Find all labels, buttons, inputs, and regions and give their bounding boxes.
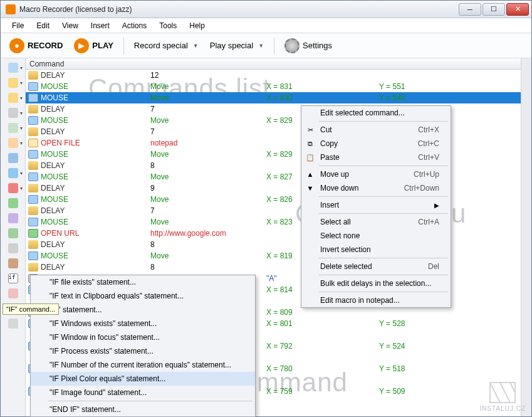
tool-icon [8, 288, 18, 298]
cmd-cell: MOUSE [41, 150, 150, 159]
menu-item-label: Copy [320, 139, 338, 148]
tool-item-13[interactable] [3, 256, 23, 270]
command-row[interactable]: DELAY12 [26, 70, 521, 81]
menu-item[interactable]: Delete selectedDel [301, 260, 451, 273]
menu-actions[interactable]: Actions [117, 19, 152, 32]
window-title: Macro Recorder (licensed to jazz) [19, 5, 459, 14]
menu-tools[interactable]: Tools [154, 19, 182, 32]
tool-item-6[interactable] [3, 151, 23, 165]
menu-item[interactable]: ✂CutCtrl+X [301, 123, 451, 137]
menu-item[interactable]: Select allCtrl+A [301, 215, 451, 229]
mouse-icon [28, 82, 38, 91]
menu-item[interactable]: Bulk edit delays in the selection... [301, 277, 451, 290]
menu-file[interactable]: File [7, 19, 29, 32]
separator [274, 37, 274, 55]
tool-item-4[interactable]: ▾ [3, 121, 23, 135]
tool-item-0[interactable]: ▾ [3, 61, 23, 75]
menu-insert[interactable]: Insert [86, 19, 115, 32]
menu-item[interactable]: Insert▶ [301, 198, 451, 212]
tool-item-17[interactable] [3, 317, 23, 330]
menu-item-label: Insert [320, 201, 339, 209]
tool-item-15[interactable] [3, 287, 23, 300]
play-special-dropdown[interactable]: Play special ▼ [206, 38, 268, 53]
tool-item-8[interactable]: ▾ [3, 181, 23, 195]
param1-cell: Move [150, 116, 266, 125]
param1-cell: http://www.google.com [150, 229, 266, 238]
tool-icon [8, 228, 18, 238]
record-special-dropdown[interactable]: Record special ▼ [130, 38, 202, 53]
record-button[interactable]: ● RECORD [6, 36, 66, 56]
param1-cell: Move [150, 218, 266, 226]
submenu-item[interactable]: "IF file exists" statement... [31, 275, 255, 289]
delay-icon [28, 127, 38, 136]
chevron-down-icon: ▾ [20, 110, 23, 116]
submenu-item[interactable]: "IF Window in focus" statement... [31, 330, 255, 344]
cmd-cell: DELAY [41, 71, 150, 80]
menu-item[interactable]: 📋PasteCtrl+V [301, 150, 451, 164]
mouse-icon [28, 251, 38, 260]
tool-item-2[interactable]: ▾ [3, 91, 23, 105]
tool-item-3[interactable]: ▾ [3, 106, 23, 120]
cmd-cell: MOUSE [41, 251, 150, 260]
cmd-cell: DELAY [41, 105, 150, 113]
tool-item-1[interactable]: ▾ [3, 76, 23, 90]
tool-item-14[interactable]: if [3, 272, 23, 285]
titlebar: Macro Recorder (licensed to jazz) ─ ☐ ✕ [1, 1, 531, 18]
param1-cell: 7 [150, 206, 266, 215]
submenu-item[interactable]: ge" statement... [31, 303, 255, 317]
submenu-item[interactable]: "IF text in Clipboard equals" statement.… [31, 289, 255, 303]
tool-item-12[interactable] [3, 241, 23, 255]
submenu-item[interactable]: "IF Image found" statement... [31, 386, 255, 399]
submenu-item[interactable]: "END IF" statement... [31, 403, 255, 416]
tool-item-7[interactable]: ▾ [3, 166, 23, 180]
separator [319, 275, 448, 275]
param1-cell: Move [150, 251, 266, 260]
minimize-button[interactable]: ─ [459, 3, 481, 16]
delay-icon [28, 105, 38, 113]
param2-cell: X = 759 [266, 387, 379, 396]
tool-item-9[interactable] [3, 196, 23, 210]
menu-item[interactable]: Edit selected command... [301, 106, 451, 120]
mouse-icon [28, 150, 38, 159]
separator [319, 292, 448, 292]
tool-item-11[interactable] [3, 226, 23, 240]
vertical-scrollbar[interactable] [521, 58, 531, 416]
menu-item[interactable]: ▼Move downCtrl+Down [301, 181, 451, 195]
menu-item[interactable]: Invert selection [301, 243, 451, 256]
param1-cell: Move [150, 150, 266, 159]
grid-header[interactable]: Command [26, 58, 521, 70]
submenu-item[interactable]: "IF Number of the current iteration equa… [31, 358, 255, 372]
command-row[interactable]: MOUSEMoveX = 831Y = 551 [26, 81, 521, 92]
cmd-cell: MOUSE [41, 195, 150, 204]
settings-button[interactable]: Settings [281, 36, 336, 56]
submenu-item[interactable]: "IF Pixel Color equals" statement... [31, 372, 255, 386]
param1-cell: Move [150, 82, 266, 91]
param3-cell: Y = 528 [379, 319, 521, 328]
param1-cell: 7 [150, 127, 266, 136]
close-button[interactable]: ✕ [506, 3, 529, 16]
cmd-cell: MOUSE [41, 218, 150, 226]
menu-view[interactable]: View [57, 19, 83, 32]
open-icon [28, 229, 38, 238]
tool-item-10[interactable] [3, 211, 23, 225]
maximize-button[interactable]: ☐ [482, 3, 505, 16]
tool-icon [8, 153, 18, 163]
menu-item[interactable]: ⧉CopyCtrl+C [301, 137, 451, 150]
paste-icon: 📋 [305, 152, 315, 162]
tool-item-5[interactable]: ▾ [3, 136, 23, 150]
tool-icon: if [8, 273, 18, 283]
submenu-item[interactable]: "IF Windows exists" statement... [31, 317, 255, 330]
menu-edit[interactable]: Edit [31, 19, 55, 32]
param3-cell: Y = 518 [379, 364, 521, 373]
settings-label: Settings [303, 41, 332, 50]
play-button[interactable]: ▶ PLAY [70, 36, 117, 56]
tool-icon [8, 138, 18, 148]
command-row[interactable]: MOUSEMoveX = 830Y = 548 [26, 92, 521, 103]
delay-icon [28, 161, 38, 170]
menu-item[interactable]: Select none [301, 229, 451, 243]
separator [123, 37, 124, 55]
menu-help[interactable]: Help [184, 19, 210, 32]
menu-item[interactable]: ▲Move upCtrl+Up [301, 167, 451, 181]
submenu-item[interactable]: "IF Process exists" statement... [31, 344, 255, 358]
menu-item[interactable]: Edit macro in notepad... [301, 293, 451, 307]
